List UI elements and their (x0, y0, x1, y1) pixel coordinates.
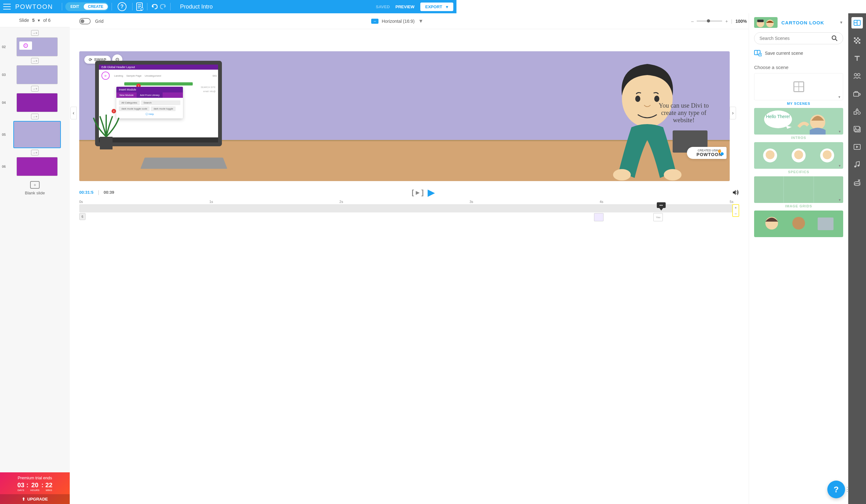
blank-slide-button[interactable]: + Blank slide (0, 177, 70, 200)
slide-thumb[interactable] (16, 65, 58, 84)
slide-current[interactable]: 5 (32, 18, 35, 23)
play-button[interactable]: ▶ (428, 187, 435, 198)
slide-number: 03 (2, 73, 8, 77)
insert-module-modal: Insert Module New Module Add From Librar… (116, 87, 183, 118)
add-slide-icon: →+ (31, 150, 39, 156)
slides-panel: Slide 5 ▾ of 6 →+ 02 D →+ 03 →+ 04 →+ 05… (0, 13, 70, 266)
prev-slide-button[interactable]: ‹ (70, 107, 77, 119)
chevron-down-icon: ▾ (446, 4, 448, 9)
separator (112, 3, 112, 10)
svg-point-1 (141, 8, 143, 10)
grid-label: Grid (95, 19, 103, 24)
page-icon[interactable] (136, 2, 144, 11)
slide-row[interactable]: 06 (0, 157, 70, 177)
slide-thumb[interactable] (16, 93, 58, 112)
monitor-header: Edit Global Header Layout (99, 65, 218, 70)
add-slide-between[interactable]: →+ (0, 57, 70, 65)
add-slide-between[interactable]: →+ (0, 113, 70, 120)
stage-wrapper: ‹ › ⟳ SWAP ⚙ Edit Global Header Layout D… (70, 29, 456, 184)
slide-number: 06 (2, 164, 8, 169)
slide-navigator: Slide 5 ▾ of 6 (0, 13, 70, 27)
slide-nav-label: Slide (19, 18, 29, 23)
separator (62, 3, 62, 10)
playback-bar: 00:31:5 | 00:39 [ ▸ ] ▶ (70, 184, 456, 198)
slide-row[interactable]: 04 (0, 92, 70, 113)
orientation-badge-icon: ↔ (371, 19, 378, 24)
timeline-items: 6 You (79, 213, 456, 222)
orientation-dropdown[interactable]: Horizontal (16:9) (382, 19, 415, 24)
project-title[interactable]: Product Intro (180, 3, 213, 10)
play-brackets-icon[interactable]: [ ▸ ] (412, 188, 424, 197)
separator (147, 3, 147, 10)
separator (132, 3, 133, 10)
slide-thumb-active[interactable] (13, 121, 61, 148)
undo-icon[interactable] (151, 2, 159, 11)
add-slide-icon: →+ (31, 86, 39, 91)
slide-thumb[interactable] (16, 157, 58, 176)
timeline-track[interactable]: ••• (79, 204, 456, 213)
canvas-stage[interactable]: ⟳ SWAP ⚙ Edit Global Header Layout D Lan… (79, 51, 456, 181)
redo-icon[interactable] (159, 2, 167, 11)
mode-create[interactable]: CREATE (84, 3, 108, 10)
canvas-area: Grid ↔ Horizontal (16:9) ▼ – + | 100% ‹ … (70, 13, 456, 266)
powtoon-logo: POWTOON (15, 3, 53, 10)
chevron-down-icon[interactable]: ▼ (419, 18, 423, 24)
step-2-bubble: 2 (112, 109, 116, 113)
add-slide-between[interactable]: →+ (0, 149, 70, 157)
timeline: 0s 1s 2s 3s 4s 5s ••• + – 6 You (70, 198, 456, 223)
slide-number: 04 (2, 101, 8, 104)
time-total: 00:39 (104, 190, 114, 195)
timeline-slide-badge[interactable]: 6 (79, 213, 86, 220)
add-slide-icon: →+ (31, 30, 39, 36)
time-ruler: 0s 1s 2s 3s 4s 5s (79, 200, 456, 204)
chevron-down-icon[interactable]: ▾ (38, 18, 40, 23)
app-header: POWTOON EDIT CREATE ? Product Intro SAVE… (0, 0, 456, 13)
canvas-toolbar: Grid ↔ Horizontal (16:9) ▼ – + | 100% (70, 13, 456, 29)
preview-button[interactable]: PREVIEW (396, 4, 415, 9)
mode-edit[interactable]: EDIT (66, 3, 84, 10)
grid-toggle[interactable] (79, 18, 91, 24)
slide-thumb[interactable]: D (16, 37, 58, 56)
slide-row[interactable]: 02 D (0, 37, 70, 57)
slide-number: 02 (2, 45, 8, 49)
add-slide-between[interactable]: →+ (0, 29, 70, 37)
mode-toggle[interactable]: EDIT CREATE (65, 2, 108, 11)
divi-logo-icon: D (101, 71, 110, 80)
menu-hamburger-icon[interactable] (3, 4, 11, 10)
slide-row[interactable]: 03 (0, 65, 70, 85)
slides-list[interactable]: →+ 02 D →+ 03 →+ 04 →+ 05 →+ 06 + Blank … (0, 27, 70, 266)
add-slide-between[interactable]: →+ (0, 85, 70, 92)
export-button[interactable]: EXPORT ▾ (420, 2, 453, 11)
slide-row[interactable]: 05 (0, 120, 70, 149)
add-slide-icon: →+ (31, 58, 39, 64)
help-icon[interactable]: ? (118, 2, 126, 11)
add-slide-icon: →+ (31, 114, 39, 119)
plus-icon: + (30, 181, 40, 189)
time-current: 00:31:5 (79, 190, 93, 195)
keyboard-graphic (141, 158, 227, 169)
slide-of-total: of 6 (43, 18, 51, 23)
swap-icon: ⟳ (89, 57, 92, 62)
separator (170, 3, 170, 10)
plant-graphic (92, 118, 121, 149)
saved-status: SAVED (376, 4, 390, 9)
slide-number: 05 (2, 133, 8, 136)
blank-slide-label: Blank slide (0, 191, 70, 195)
export-label: EXPORT (425, 4, 442, 9)
